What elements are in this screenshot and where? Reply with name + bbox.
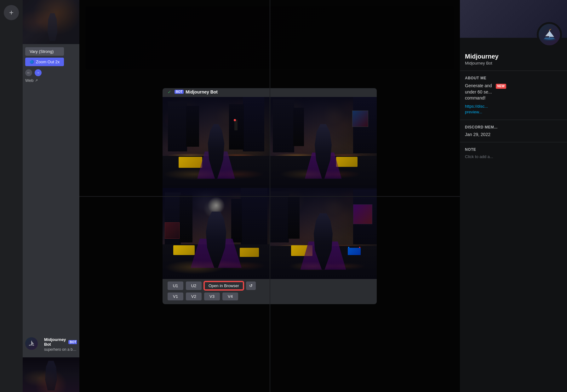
building-13 bbox=[288, 197, 300, 239]
about-me-section: ABOUT ME Generate and NEW under 60 se...… bbox=[460, 71, 567, 120]
car-yellow-2 bbox=[336, 157, 358, 167]
billboard-1 bbox=[352, 111, 368, 127]
batman-scene-4 bbox=[270, 188, 377, 279]
plus-icon: + bbox=[9, 8, 14, 17]
building-2 bbox=[186, 106, 199, 147]
billboard-2 bbox=[353, 204, 372, 224]
profile-name: Midjourney bbox=[465, 53, 562, 60]
batman-scene-2 bbox=[270, 97, 377, 188]
batman-scene-1 bbox=[163, 97, 270, 188]
sailboat-icon-small bbox=[28, 340, 35, 347]
web-label: Web bbox=[25, 78, 34, 83]
building-11 bbox=[231, 199, 242, 242]
bot-message-row-left: Midjourney Bot BOT 80% superhero on a bu… bbox=[23, 335, 79, 354]
batman-figure-2 bbox=[312, 124, 335, 179]
modal-bot-name: Midjourney Bot bbox=[186, 89, 218, 94]
u1-button[interactable]: U1 bbox=[168, 281, 183, 290]
note-section: NOTE Click to add a... bbox=[460, 142, 567, 164]
arrow-icons: ← → bbox=[25, 69, 42, 76]
about-me-title: ABOUT ME bbox=[465, 76, 562, 80]
server-sidebar: + bbox=[0, 0, 23, 392]
right-arrow-icon[interactable]: → bbox=[35, 69, 42, 76]
note-input[interactable]: Click to add a... bbox=[465, 154, 562, 159]
image-thumbnail-preview bbox=[23, 0, 79, 44]
vary-strong-button[interactable]: Vary (Strong) bbox=[25, 47, 64, 56]
grid-cell-top-right[interactable] bbox=[270, 97, 377, 188]
building-3 bbox=[243, 97, 264, 151]
app-layout: + Vary (Strong) 🔵 Zoom Out 2x bbox=[0, 0, 567, 392]
building-9 bbox=[180, 195, 192, 242]
left-arrow-icon[interactable]: ← bbox=[25, 69, 32, 76]
left-content-panel: Vary (Strong) 🔵 Zoom Out 2x ← → Web ↗ bbox=[23, 0, 79, 392]
building-5 bbox=[273, 99, 294, 152]
police-car bbox=[348, 248, 361, 255]
building-12 bbox=[270, 191, 289, 242]
zoom-out-label: Zoom Out 2x bbox=[36, 60, 60, 64]
batman-figure-3 bbox=[201, 212, 231, 268]
profile-link-2[interactable]: preview... bbox=[465, 110, 482, 114]
batman-figure-4 bbox=[309, 213, 337, 270]
right-sidebar-panel: Midjourney Midjourney Bot ABOUT ME Gener… bbox=[460, 0, 567, 392]
main-chat-area: ✓ BOT Midjourney Bot bbox=[79, 0, 460, 392]
grid-cell-top-left[interactable] bbox=[163, 97, 270, 188]
open-in-browser-button[interactable]: Open in Browser bbox=[204, 281, 243, 290]
modal-bot-tag: BOT bbox=[175, 90, 184, 94]
external-link-icon: ↗ bbox=[35, 78, 38, 82]
refresh-icon: ↺ bbox=[249, 283, 253, 288]
building-6 bbox=[293, 108, 304, 146]
refresh-button[interactable]: ↺ bbox=[246, 281, 256, 290]
new-badge: NEW bbox=[496, 84, 506, 89]
message-text-left: superhero on a busy, w... bbox=[44, 347, 77, 352]
u2-button[interactable]: U2 bbox=[186, 281, 202, 290]
profile-subtitle: Midjourney Bot bbox=[465, 61, 562, 65]
building-1 bbox=[168, 101, 187, 151]
image-grid-2x2[interactable] bbox=[163, 97, 377, 279]
profile-avatar-large bbox=[537, 22, 562, 47]
about-me-text: Generate and NEW under 60 se... command! bbox=[465, 83, 562, 101]
sailboat-icon-large bbox=[541, 27, 557, 43]
profile-link-1[interactable]: https://disc... bbox=[465, 104, 488, 109]
avatar-inner bbox=[539, 24, 560, 45]
image-modal-overlay: ✓ BOT Midjourney Bot bbox=[79, 0, 460, 392]
v2-button[interactable]: V2 bbox=[186, 293, 202, 300]
image-modal: ✓ BOT Midjourney Bot bbox=[163, 88, 377, 304]
v4-button[interactable]: V4 bbox=[222, 293, 238, 300]
member-since-section: DISCORD MEM... Jan 29, 2022 bbox=[460, 120, 567, 142]
profile-banner bbox=[460, 0, 567, 38]
profile-links: https://disc... preview... bbox=[465, 103, 562, 115]
zoom-out-button[interactable]: 🔵 Zoom Out 2x bbox=[25, 58, 64, 66]
checkmark-icon: ✓ bbox=[168, 89, 171, 94]
chat-body: ✓ BOT Midjourney Bot bbox=[79, 0, 460, 392]
bot-avatar-left bbox=[25, 337, 38, 350]
v-divider-top bbox=[270, 88, 270, 196]
add-server-button[interactable]: + bbox=[4, 5, 19, 20]
traffic-pole-1 bbox=[234, 120, 238, 131]
grid-cell-bottom-left[interactable] bbox=[163, 188, 270, 279]
car-2 bbox=[240, 248, 259, 257]
note-title: NOTE bbox=[465, 147, 562, 152]
grid-cell-bottom-right[interactable] bbox=[270, 188, 377, 279]
car-1 bbox=[173, 245, 195, 255]
bottom-partial-image bbox=[23, 357, 79, 392]
vary-strong-label: Vary (Strong) bbox=[30, 49, 54, 54]
member-since-date: Jan 29, 2022 bbox=[465, 132, 562, 137]
v-divider-bottom bbox=[270, 196, 270, 304]
v1-button[interactable]: V1 bbox=[168, 293, 183, 300]
bot-name-left: Midjourney Bot bbox=[44, 337, 66, 347]
car-yellow-1 bbox=[179, 157, 202, 168]
member-since-title: DISCORD MEM... bbox=[465, 125, 562, 129]
left-action-buttons: Vary (Strong) 🔵 Zoom Out 2x ← → Web ↗ bbox=[25, 47, 64, 83]
v3-button[interactable]: V3 bbox=[204, 293, 220, 300]
batman-scene-3 bbox=[163, 188, 270, 279]
batman-figure-1 bbox=[204, 124, 228, 179]
store-sign-1 bbox=[165, 222, 180, 239]
web-button[interactable]: Web ↗ bbox=[25, 78, 64, 83]
bot-tag-left: BOT bbox=[68, 340, 77, 344]
